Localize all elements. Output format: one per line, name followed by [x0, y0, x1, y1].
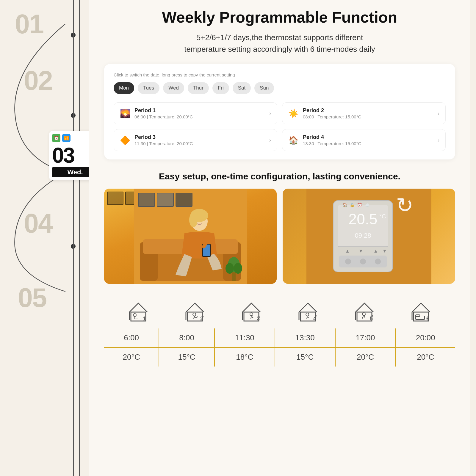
mode-icon-4: 4 ›	[296, 299, 320, 322]
svg-text:1: 1	[143, 316, 146, 322]
click-hint-text: Click to switch the date, long press to …	[114, 72, 446, 77]
period-3-time: 11:30 | Temperature: 20.00°C	[134, 141, 265, 146]
period-4-icon: 🏠	[288, 135, 299, 145]
svg-rect-1	[138, 193, 155, 206]
time-1: 6:00	[104, 328, 159, 347]
time-5: 17:00	[335, 328, 396, 347]
day-btn-sat[interactable]: Sat	[233, 82, 251, 94]
svg-point-34	[345, 259, 351, 264]
svg-point-39	[133, 314, 136, 317]
modes-section: 1 2 ›	[104, 299, 455, 367]
subtitle-line-1: 5+2/6+1/7 days,the thermostat supports d…	[196, 33, 363, 42]
temp-4: 15°C	[275, 347, 335, 367]
temp-5: 20°C	[335, 347, 396, 367]
temp-row: 20°C 15°C 18°C 15°C 20°C 20°C	[104, 347, 455, 367]
svg-text:›: ›	[315, 313, 317, 318]
period-4-info: Period 4 13:30 | Temperature: 15.00°C	[303, 134, 433, 146]
time-table: 6:00 8:00 11:30 13:30 17:00 20:00 20°C 1…	[104, 328, 455, 367]
temp-3: 18°C	[214, 347, 275, 367]
svg-text:›: ›	[202, 314, 204, 319]
period-4-name: Period 4	[303, 134, 433, 140]
day-btn-thur[interactable]: Thur	[188, 82, 209, 94]
svg-point-36	[375, 259, 381, 264]
vertical-line-2	[79, 0, 80, 476]
svg-text:6: 6	[426, 316, 429, 322]
day-btn-tues[interactable]: Tues	[138, 82, 159, 94]
woman-illustration	[104, 189, 277, 284]
svg-point-48	[250, 313, 253, 316]
day-btn-fri[interactable]: Fri	[212, 82, 229, 94]
svg-text:°C: °C	[379, 213, 386, 220]
mode-2-house-icon: 2 ›	[183, 299, 207, 322]
svg-point-15	[226, 263, 234, 274]
subtitle-line-2: temperature setting accordingly with 6 t…	[184, 45, 375, 54]
mode-icon-2: 2 ›	[183, 299, 207, 322]
mode-3-house-icon: 3 ›	[239, 299, 263, 322]
svg-text:⏰: ⏰	[357, 203, 362, 208]
main-content: Weekly Programmable Function 5+2/6+1/7 d…	[89, 0, 470, 476]
svg-text:›: ›	[259, 314, 260, 319]
mode-6-house-icon: 6	[409, 299, 433, 322]
period-1-name: Period 1	[134, 107, 265, 114]
svg-point-43	[193, 313, 196, 316]
period-3-item[interactable]: 🔶 Period 3 11:30 | Temperature: 20.00°C …	[114, 129, 277, 151]
period-1-info: Period 1 06:00 | Temperature: 20.00°C	[134, 107, 265, 119]
time-2: 8:00	[159, 328, 214, 347]
period-1-time: 06:00 | Temperature: 20.00°C	[134, 114, 265, 119]
wifi-icon: ⏰	[52, 134, 60, 142]
svg-point-53	[306, 313, 309, 316]
device-photo: ↻ 20.5 °C 🏠 🔒 ⏰ ☁️ 09:28 ▲ ▼ ▲	[283, 189, 455, 284]
time-row: 6:00 8:00 11:30 13:30 17:00 20:00	[104, 328, 455, 347]
time-3: 11:30	[214, 328, 275, 347]
period-1-chevron: ›	[269, 110, 271, 117]
period-1-icon: 🌄	[120, 109, 130, 118]
svg-text:↻: ↻	[396, 194, 414, 217]
mode-4-house-icon: 4 ›	[296, 299, 320, 322]
vertical-line-1	[73, 0, 74, 476]
temp-2: 15°C	[159, 347, 214, 367]
svg-text:▲: ▲	[373, 248, 378, 253]
svg-text:☁️: ☁️	[364, 203, 370, 208]
time-4: 13:30	[275, 328, 335, 347]
day-btn-sun[interactable]: Sun	[254, 82, 274, 94]
mode-5-house-icon: 5 ‹	[353, 299, 376, 322]
page-subtitle: 5+2/6+1/7 days,the thermostat supports d…	[104, 32, 455, 55]
period-2-item[interactable]: ☀️ Period 2 08:00 | Temperature: 15.00°C…	[282, 102, 446, 124]
mode-1-house-icon: 1	[126, 299, 150, 322]
temp-6: 20°C	[395, 347, 455, 367]
mode-icon-3: 3 ›	[239, 299, 263, 322]
easy-setup-title: Easy setup, one-time configuration, last…	[104, 171, 455, 181]
svg-text:▼: ▼	[382, 248, 387, 253]
period-4-item[interactable]: 🏠 Period 4 13:30 | Temperature: 15.00°C …	[282, 129, 446, 151]
period-2-time: 08:00 | Temperature: 15.00°C	[303, 114, 433, 119]
period-2-info: Period 2 08:00 | Temperature: 15.00°C	[303, 107, 433, 119]
period-3-chevron: ›	[269, 137, 271, 143]
photos-row: ↻ 20.5 °C 🏠 🔒 ⏰ ☁️ 09:28 ▲ ▼ ▲	[104, 189, 455, 284]
period-3-info: Period 3 11:30 | Temperature: 20.00°C	[134, 134, 265, 146]
svg-text:▼: ▼	[358, 248, 363, 253]
day-btn-mon[interactable]: Mon	[114, 82, 134, 94]
time-6: 20:00	[395, 328, 455, 347]
svg-text:🔒: 🔒	[350, 203, 355, 208]
svg-rect-3	[176, 193, 192, 206]
svg-point-16	[234, 263, 242, 274]
svg-rect-2	[157, 193, 173, 206]
day-btn-wed[interactable]: Wed	[163, 82, 184, 94]
svg-text:‹: ‹	[372, 313, 373, 318]
period-2-chevron: ›	[438, 110, 439, 117]
modes-icons-row: 1 2 ›	[104, 299, 455, 322]
svg-text:▲: ▲	[345, 248, 350, 253]
svg-point-35	[360, 259, 366, 264]
period-3-icon: 🔶	[120, 135, 130, 145]
page-title: Weekly Programmable Function	[104, 9, 455, 26]
day-selector: Mon Tues Wed Thur Fri Sat Sun	[114, 82, 446, 94]
period-1-item[interactable]: 🌄 Period 1 06:00 | Temperature: 20.00°C …	[114, 102, 277, 124]
period-2-icon: ☀️	[288, 109, 299, 118]
period-4-time: 13:30 | Temperature: 15.00°C	[303, 141, 433, 146]
period-2-name: Period 2	[303, 107, 433, 114]
period-4-chevron: ›	[438, 137, 439, 143]
periods-grid: 🌄 Period 1 06:00 | Temperature: 20.00°C …	[114, 102, 446, 151]
period-3-name: Period 3	[134, 134, 265, 140]
svg-text:20.5: 20.5	[348, 211, 377, 228]
thermostat-card: Click to switch the date, long press to …	[104, 64, 455, 159]
